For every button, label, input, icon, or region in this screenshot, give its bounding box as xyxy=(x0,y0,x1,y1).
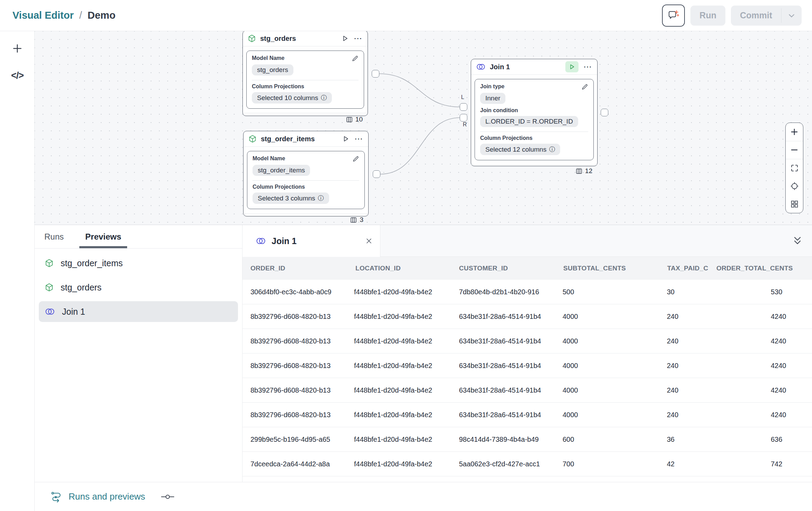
tab-runs[interactable]: Runs xyxy=(44,225,64,248)
edit-pencil-icon[interactable] xyxy=(352,155,359,162)
table-row[interactable]: 306d4bf0-ec3c-4abb-a0c9 f448bfe1-d20d-49… xyxy=(242,280,812,304)
info-icon[interactable]: ⓘ xyxy=(549,145,555,153)
column-header: LOCATION_ID xyxy=(347,265,451,272)
table-row[interactable]: 8b392796-d608-4820-b13 f448bfe1-d20d-49f… xyxy=(242,403,812,427)
cell-tax-paid-cents: 240 xyxy=(659,337,763,345)
output-port-stg-orders[interactable] xyxy=(372,70,379,78)
field-label: Column Projections xyxy=(252,83,304,90)
cell-location-id: f448bfe1-d20d-49fa-b4e2 xyxy=(346,313,451,321)
cell-tax-paid-cents: 30 xyxy=(659,288,763,296)
cell-order-total-cents: 4240 xyxy=(763,337,812,345)
cell-tax-paid-cents: 240 xyxy=(659,362,763,370)
projections-chip[interactable]: Selected 10 columns ⓘ xyxy=(252,92,332,104)
cell-order-total-cents: 4240 xyxy=(763,411,812,419)
info-icon[interactable]: ⓘ xyxy=(318,194,324,202)
cell-location-id: f448bfe1-d20d-49fa-b4e2 xyxy=(346,288,451,296)
left-toolbar: </> xyxy=(0,31,35,511)
commit-button[interactable]: Commit xyxy=(731,6,781,26)
projections-chip[interactable]: Selected 12 columns ⓘ xyxy=(480,144,560,155)
port-label-left: L xyxy=(461,94,464,100)
ai-assistant-button[interactable] xyxy=(662,5,685,27)
run-node-button[interactable] xyxy=(565,61,579,72)
zoom-out-button[interactable] xyxy=(786,141,803,159)
field-label: Model Name xyxy=(253,155,285,162)
node-menu-button[interactable]: ⋯ xyxy=(354,135,363,143)
double-chevron-down-icon xyxy=(793,235,802,246)
cell-location-id: f448bfe1-d20d-49fa-b4e2 xyxy=(346,362,451,370)
field-label: Column Projections xyxy=(480,135,532,141)
preview-tab-join-1[interactable]: Join 1 xyxy=(242,225,380,257)
table-row[interactable]: 8b392796-d608-4820-b13 f448bfe1-d20d-49f… xyxy=(242,329,812,353)
cell-order-total-cents: 4240 xyxy=(763,313,812,321)
info-icon[interactable]: ⓘ xyxy=(321,94,327,102)
zoom-in-button[interactable] xyxy=(786,123,803,141)
runs-and-previews-label: Runs and previews xyxy=(69,491,145,502)
cell-subtotal-cents: 4000 xyxy=(555,313,659,321)
table-row[interactable]: 8b392796-d608-4820-b13 f448bfe1-d20d-49f… xyxy=(242,304,812,329)
collapse-panel-button[interactable] xyxy=(793,235,802,246)
model-name-chip[interactable]: stg_orders xyxy=(252,64,293,75)
node-stg-order-items[interactable]: stg_order_items ⋯ Model Name stg_order_i… xyxy=(243,131,369,216)
play-icon xyxy=(342,135,350,143)
commit-dropdown-button[interactable] xyxy=(782,6,802,26)
layout-grid-button[interactable] xyxy=(786,195,803,213)
field-label: Model Name xyxy=(252,55,284,61)
join-input-port-right[interactable] xyxy=(460,114,467,122)
runs-and-previews-toggle[interactable]: Runs and previews xyxy=(51,491,145,503)
node-menu-button[interactable]: ⋯ xyxy=(583,63,592,71)
preview-title: Join 1 xyxy=(272,236,359,246)
list-item-stg-orders[interactable]: stg_orders xyxy=(39,277,238,298)
projections-chip[interactable]: Selected 3 columns ⓘ xyxy=(253,192,329,204)
node-header: Join 1 ⋯ xyxy=(471,59,597,75)
cell-order-id: 8b392796-d608-4820-b13 xyxy=(242,386,346,394)
node-card: Model Name stg_order_items Column Projec… xyxy=(247,151,365,209)
list-item-join-1[interactable]: Join 1 xyxy=(39,301,238,322)
run-button[interactable]: Run xyxy=(690,6,725,26)
table-row[interactable]: 8b392796-d608-4820-b13 f448bfe1-d20d-49f… xyxy=(242,353,812,378)
model-name-chip[interactable]: stg_order_items xyxy=(253,165,310,176)
cell-tax-paid-cents: 42 xyxy=(659,460,763,468)
columns-icon xyxy=(346,116,353,123)
table-row[interactable]: 299b9e5c-b196-4d95-a65 f448bfe1-d20d-49f… xyxy=(242,427,812,452)
close-icon xyxy=(365,237,373,245)
commit-node-toggle[interactable] xyxy=(161,494,174,500)
run-node-button[interactable] xyxy=(342,135,350,143)
bottom-toolbar: Runs and previews xyxy=(35,482,812,511)
minus-icon xyxy=(790,145,799,154)
output-port-join[interactable] xyxy=(601,109,608,116)
edit-pencil-icon[interactable] xyxy=(581,83,588,90)
node-menu-button[interactable]: ⋯ xyxy=(353,34,363,43)
cell-subtotal-cents: 4000 xyxy=(555,386,659,394)
add-node-button[interactable] xyxy=(0,37,35,60)
pipeline-canvas[interactable]: stg_orders ⋯ Model Name stg_orders Co xyxy=(35,31,812,225)
join-venn-icon xyxy=(476,63,486,70)
field-label: Column Projections xyxy=(253,184,305,190)
join-input-port-left[interactable] xyxy=(460,103,467,111)
column-count: 3 xyxy=(360,216,363,224)
join-condition-chip[interactable]: L.ORDER_ID = R.ORDER_ID xyxy=(480,116,578,127)
model-cube-icon xyxy=(248,34,256,43)
tab-previews[interactable]: Previews xyxy=(85,225,121,248)
output-port-stg-order-items[interactable] xyxy=(373,170,380,178)
top-actions: Run Commit xyxy=(662,5,802,27)
table-row[interactable]: 8b392796-d608-4820-b13 f448bfe1-d20d-49f… xyxy=(242,378,812,403)
list-item-stg-order-items[interactable]: stg_order_items xyxy=(39,253,238,274)
center-view-button[interactable] xyxy=(786,177,803,195)
close-preview-button[interactable] xyxy=(365,237,373,245)
node-footer: 12 xyxy=(471,164,597,177)
fit-view-button[interactable] xyxy=(786,159,803,177)
node-stg-orders[interactable]: stg_orders ⋯ Model Name stg_orders Co xyxy=(242,31,368,116)
cell-subtotal-cents: 4000 xyxy=(555,411,659,419)
code-icon: </> xyxy=(11,70,24,81)
edit-pencil-icon[interactable] xyxy=(352,55,359,62)
table-row[interactable]: 7dceedca-2a64-44d2-a8a f448bfe1-d20d-49f… xyxy=(242,452,812,476)
table-row[interactable]: 815b0594-d72a-4a15-b9 f448bfe1-d20d-49fa… xyxy=(242,476,812,482)
run-node-button[interactable] xyxy=(341,35,349,42)
node-join-1[interactable]: Join 1 ⋯ Join type Inner Join condition xyxy=(471,59,598,166)
join-type-chip[interactable]: Inner xyxy=(480,93,505,104)
cell-location-id: f448bfe1-d20d-49fa-b4e2 xyxy=(346,337,451,345)
code-view-button[interactable]: </> xyxy=(0,64,35,87)
runs-previews-panel: Runs Previews stg_order_items stg_o xyxy=(35,225,812,511)
breadcrumb-visual-editor[interactable]: Visual Editor xyxy=(12,10,74,21)
column-header: TAX_PAID_CENTS xyxy=(659,265,708,272)
